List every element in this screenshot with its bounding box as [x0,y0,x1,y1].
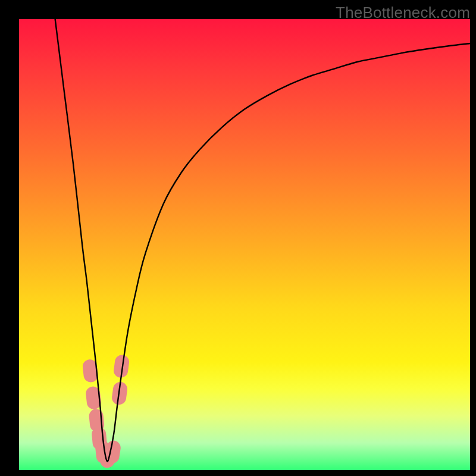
chart-svg [19,19,470,470]
plot-area [19,19,470,470]
markers-layer [82,354,130,469]
chart-frame: TheBottleneck.com [0,0,476,476]
